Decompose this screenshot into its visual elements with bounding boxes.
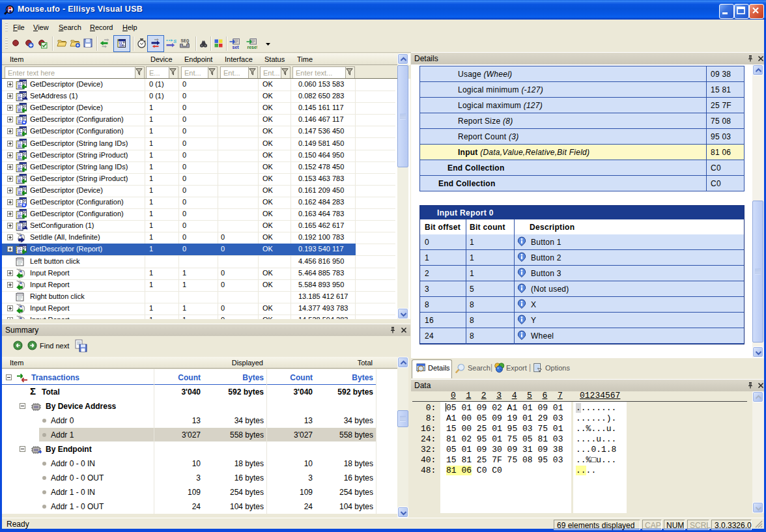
svg-text:set: set — [233, 45, 240, 49]
svg-text:S: S — [173, 38, 177, 44]
svg-text:SEQ: SEQ — [181, 38, 190, 44]
svg-text:reset: reset — [248, 45, 258, 49]
